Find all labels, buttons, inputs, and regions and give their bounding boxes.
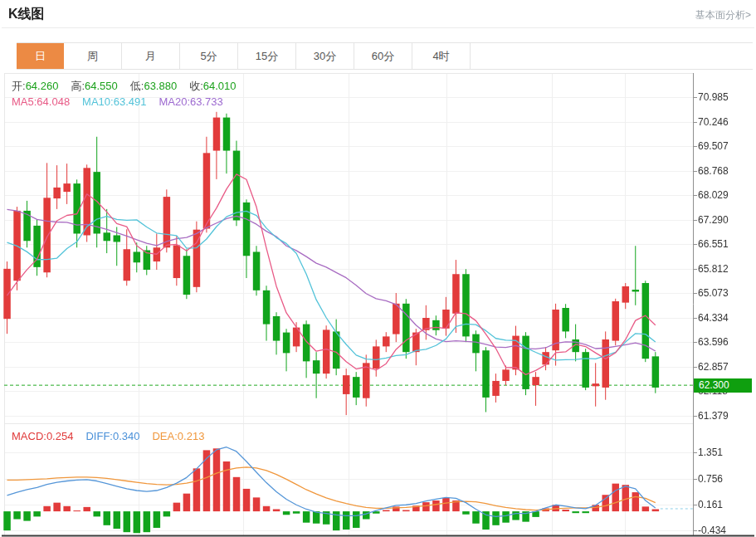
tab-4时[interactable]: 4时: [412, 43, 471, 69]
macd-axis-label: 1.351: [698, 447, 723, 458]
tab-30分[interactable]: 30分: [296, 43, 354, 69]
price-axis-label: 61.379: [698, 410, 729, 422]
macd-axis-label: 0.756: [698, 473, 723, 485]
ohlc-legend: 开:64.260高:64.550低:63.880收:64.010: [12, 79, 237, 94]
header-divider: [2, 27, 754, 28]
tab-日[interactable]: 日: [17, 43, 64, 69]
price-axis-label: 62.857: [698, 361, 729, 373]
macd-legend: MACD:0.254DIFF:0.340DEA:0.213: [12, 430, 204, 442]
kline-app: K线图 基本面分析> 日周月5分15分30分60分4时 开:64.260高:64…: [0, 0, 756, 537]
price-axis-label: 68.029: [698, 189, 729, 201]
price-axis-label: 63.596: [698, 336, 729, 348]
legend-ohlc-item: 低:63.880: [130, 79, 177, 94]
macd-axis-label: 0.161: [698, 499, 723, 510]
legend-ohlc-item: 收:64.010: [189, 79, 236, 94]
legend-ma-item: MA5:64.048: [12, 95, 70, 108]
interval-tabbar: 日周月5分15分30分60分4时: [17, 42, 753, 70]
tab-60分[interactable]: 60分: [354, 43, 412, 69]
legend-ma-item: MA10:63.491: [82, 95, 146, 108]
legend-ohlc-item: 开:64.260: [12, 79, 58, 94]
price-axis-label: 69.507: [698, 140, 729, 152]
price-axis-label: 64.334: [698, 312, 729, 324]
price-axis-label: 70.246: [698, 116, 729, 128]
price-axis-label: 68.768: [698, 165, 729, 177]
price-axis-label: 70.985: [698, 91, 729, 103]
price-axis-label: 66.551: [698, 238, 729, 250]
legend-ohlc-item: 高:64.550: [71, 79, 117, 94]
tab-月[interactable]: 月: [122, 43, 180, 69]
price-axis-label: 65.812: [698, 263, 729, 275]
legend-macd-item: DEA:0.213: [152, 430, 204, 442]
tab-5分[interactable]: 5分: [180, 43, 238, 69]
legend-macd-item: MACD:0.254: [12, 430, 73, 442]
tab-周[interactable]: 周: [64, 43, 122, 69]
current-price-tag: 62.300: [694, 378, 752, 393]
price-axis-label: 67.290: [698, 214, 729, 226]
legend-ma-item: MA20:63.733: [159, 95, 222, 108]
macd-axis-label: -0.434: [698, 525, 726, 536]
legend-macd-item: DIFF:0.340: [85, 430, 139, 442]
fundamental-analysis-link[interactable]: 基本面分析>: [695, 8, 751, 22]
tab-15分[interactable]: 15分: [238, 43, 296, 69]
ma-legend: MA5:64.048MA10:63.491MA20:63.733: [12, 95, 223, 108]
page-title: K线图: [8, 6, 45, 23]
tabbar-filler: [471, 43, 753, 69]
price-axis-label: 65.073: [698, 287, 729, 299]
